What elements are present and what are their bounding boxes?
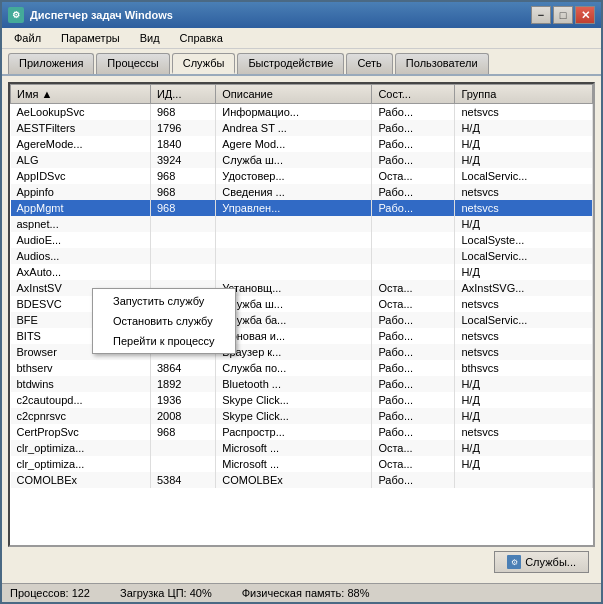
- context-goto-process[interactable]: Перейти к процессу: [93, 331, 235, 351]
- context-stop-service[interactable]: Остановить службу: [93, 311, 235, 331]
- cell-desc: Andrea ST ...: [216, 120, 372, 136]
- table-row[interactable]: c2cpnrsvc2008Skype Click...Рабо...Н/Д: [11, 408, 593, 424]
- cell-id: 968: [150, 424, 215, 440]
- content-area: Имя ▲ ИД... Описание Сост... Группа AeLo…: [2, 76, 601, 583]
- cell-group: netsvcs: [455, 424, 593, 440]
- cell-id: 3864: [150, 360, 215, 376]
- table-row[interactable]: bthserv3864Служба по...Рабо...bthsvcs: [11, 360, 593, 376]
- cell-id: [150, 232, 215, 248]
- tab-services[interactable]: Службы: [172, 53, 236, 74]
- tab-processes[interactable]: Процессы: [96, 53, 169, 74]
- cell-group: LocalSyste...: [455, 232, 593, 248]
- tab-users[interactable]: Пользователи: [395, 53, 489, 74]
- cell-desc: Сведения ...: [216, 184, 372, 200]
- cell-name: Audios...: [11, 248, 151, 264]
- table-row[interactable]: AppIDSvc968Удостовер...Оста...LocalServi…: [11, 168, 593, 184]
- cell-desc: Фоновая и...: [216, 328, 372, 344]
- cell-group: Н/Д: [455, 264, 593, 280]
- cell-name: AeLookupSvc: [11, 104, 151, 121]
- table-row[interactable]: Appinfo968Сведения ...Рабо...netsvcs: [11, 184, 593, 200]
- table-row[interactable]: AgereMode...1840Agere Mod...Рабо...Н/Д: [11, 136, 593, 152]
- table-row[interactable]: AESTFilters1796Andrea ST ...Рабо...Н/Д: [11, 120, 593, 136]
- cell-desc: Microsoft ...: [216, 440, 372, 456]
- cell-name: CertPropSvc: [11, 424, 151, 440]
- col-status[interactable]: Сост...: [372, 85, 455, 104]
- col-desc[interactable]: Описание: [216, 85, 372, 104]
- table-row[interactable]: aspnet...Н/Д: [11, 216, 593, 232]
- table-row[interactable]: Audios...LocalServic...: [11, 248, 593, 264]
- table-row[interactable]: c2cautoupd...1936Skype Click...Рабо...Н/…: [11, 392, 593, 408]
- cell-id: 3924: [150, 152, 215, 168]
- cell-name: ALG: [11, 152, 151, 168]
- table-row[interactable]: clr_optimiza...Microsoft ...Оста...Н/Д: [11, 440, 593, 456]
- tab-network[interactable]: Сеть: [346, 53, 392, 74]
- table-row[interactable]: AxAuto...Н/Д: [11, 264, 593, 280]
- cell-status: Оста...: [372, 456, 455, 472]
- services-btn-label: Службы...: [525, 556, 576, 568]
- status-memory: Физическая память: 88%: [242, 587, 370, 599]
- cell-status: Рабо...: [372, 312, 455, 328]
- cell-desc: [216, 216, 372, 232]
- cell-name: btdwins: [11, 376, 151, 392]
- tab-performance[interactable]: Быстродействие: [237, 53, 344, 74]
- menu-help[interactable]: Справка: [172, 30, 231, 46]
- table-row[interactable]: CertPropSvc968Распростр...Рабо...netsvcs: [11, 424, 593, 440]
- cell-name: AgereMode...: [11, 136, 151, 152]
- maximize-button[interactable]: □: [553, 6, 573, 24]
- cell-id: [150, 248, 215, 264]
- table-row[interactable]: AppMgmt968Управлен...Рабо...netsvcs: [11, 200, 593, 216]
- cell-name: c2cpnrsvc: [11, 408, 151, 424]
- cell-desc: Служба ш...: [216, 296, 372, 312]
- table-row[interactable]: COMOLBEx5384COMOLBExРабо...: [11, 472, 593, 488]
- cell-desc: Служба ба...: [216, 312, 372, 328]
- cell-group: bthsvcs: [455, 360, 593, 376]
- window-title: Диспетчер задач Windows: [30, 9, 531, 21]
- table-row[interactable]: ALG3924Служба ш...Рабо...Н/Д: [11, 152, 593, 168]
- cell-group: netsvcs: [455, 344, 593, 360]
- menu-file[interactable]: Файл: [6, 30, 49, 46]
- context-start-service[interactable]: Запустить службу: [93, 291, 235, 311]
- cell-name: AxAuto...: [11, 264, 151, 280]
- cell-group: LocalServic...: [455, 248, 593, 264]
- close-button[interactable]: ✕: [575, 6, 595, 24]
- table-row[interactable]: AeLookupSvc968Информацио...Рабо...netsvc…: [11, 104, 593, 121]
- cell-desc: Удостовер...: [216, 168, 372, 184]
- cell-desc: [216, 232, 372, 248]
- cell-id: 968: [150, 184, 215, 200]
- menu-options[interactable]: Параметры: [53, 30, 128, 46]
- cell-name: AESTFilters: [11, 120, 151, 136]
- cell-status: Рабо...: [372, 424, 455, 440]
- menu-view[interactable]: Вид: [132, 30, 168, 46]
- open-services-button[interactable]: ⚙ Службы...: [494, 551, 589, 573]
- col-id[interactable]: ИД...: [150, 85, 215, 104]
- title-bar: ⚙ Диспетчер задач Windows − □ ✕: [2, 2, 601, 28]
- minimize-button[interactable]: −: [531, 6, 551, 24]
- cell-desc: Браузер к...: [216, 344, 372, 360]
- cell-status: Рабо...: [372, 152, 455, 168]
- cell-group: netsvcs: [455, 296, 593, 312]
- table-row[interactable]: btdwins1892Bluetooth ...Рабо...Н/Д: [11, 376, 593, 392]
- table-row[interactable]: clr_optimiza...Microsoft ...Оста...Н/Д: [11, 456, 593, 472]
- col-name[interactable]: Имя ▲: [11, 85, 151, 104]
- cell-status: Рабо...: [372, 472, 455, 488]
- cell-status: Рабо...: [372, 104, 455, 121]
- col-group[interactable]: Группа: [455, 85, 593, 104]
- cell-status: Оста...: [372, 440, 455, 456]
- cell-desc: Microsoft ...: [216, 456, 372, 472]
- cell-id: 968: [150, 200, 215, 216]
- cell-id: 1936: [150, 392, 215, 408]
- app-icon: ⚙: [8, 7, 24, 23]
- cell-group: Н/Д: [455, 216, 593, 232]
- cell-group: Н/Д: [455, 392, 593, 408]
- cell-group: [455, 472, 593, 488]
- cell-id: [150, 456, 215, 472]
- cell-group: Н/Д: [455, 456, 593, 472]
- cell-status: Рабо...: [372, 344, 455, 360]
- menu-bar: Файл Параметры Вид Справка: [2, 28, 601, 49]
- status-cpu: Загрузка ЦП: 40%: [120, 587, 212, 599]
- cell-desc: [216, 264, 372, 280]
- cell-name: AppIDSvc: [11, 168, 151, 184]
- table-row[interactable]: AudioE...LocalSyste...: [11, 232, 593, 248]
- cell-desc: Информацио...: [216, 104, 372, 121]
- tab-applications[interactable]: Приложения: [8, 53, 94, 74]
